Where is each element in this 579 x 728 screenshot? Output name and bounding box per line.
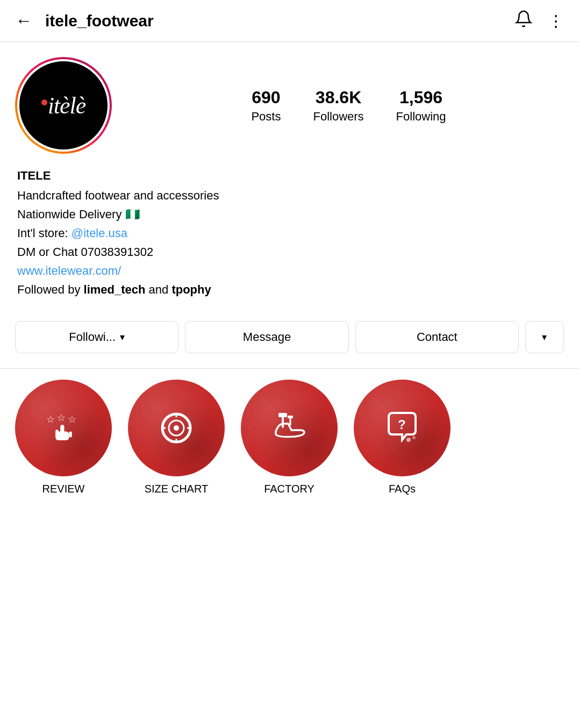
notification-bell-icon[interactable] xyxy=(514,10,533,32)
brand-text: itèlè xyxy=(41,92,86,119)
size-chart-icon xyxy=(155,406,198,449)
header-right: ⋮ xyxy=(514,10,564,32)
bio-name: ITELE xyxy=(17,167,562,184)
highlight-faqs-label: FAQs xyxy=(389,483,416,495)
highlight-faqs[interactable]: ? FAQs xyxy=(354,380,451,495)
bio-followed-and: and xyxy=(145,283,171,296)
highlight-review-label: REVIEW xyxy=(42,483,85,495)
dropdown-button[interactable]: ▾ xyxy=(525,321,564,353)
avatar-ring: itèlè xyxy=(15,57,112,154)
bio-line-4: DM or Chat 07038391302 xyxy=(17,243,562,261)
bio-section: ITELE Handcrafted footwear and accessori… xyxy=(15,167,564,299)
bio-website-link[interactable]: www.itelewear.com/ xyxy=(17,264,121,277)
highlights-section: ☆ ☆ ☆ REVIEW xyxy=(0,369,579,510)
svg-point-13 xyxy=(174,425,179,431)
svg-point-20 xyxy=(412,436,416,439)
highlight-size-chart-circle xyxy=(128,380,225,476)
dropdown-chevron-icon: ▾ xyxy=(542,331,547,343)
following-label: Followi... xyxy=(69,330,116,344)
highlight-factory-label: FACTORY xyxy=(264,483,314,495)
following-count: 1,596 xyxy=(399,88,442,108)
faqs-icon: ? xyxy=(381,406,424,449)
followers-label: Followers xyxy=(313,110,363,124)
following-chevron-icon: ▾ xyxy=(120,331,125,343)
message-label: Message xyxy=(243,330,291,344)
profile-section: itèlè 690 Posts 38.6K Followers 1,596 Fo… xyxy=(0,42,579,368)
bio-intl-link[interactable]: @itele.usa xyxy=(72,226,127,240)
highlight-review[interactable]: ☆ ☆ ☆ REVIEW xyxy=(15,380,112,495)
message-button[interactable]: Message xyxy=(185,321,348,353)
bio-line-3: Int'l store: @itele.usa xyxy=(17,224,562,242)
bio-website[interactable]: www.itelewear.com/ xyxy=(17,262,562,280)
highlight-factory[interactable]: FACTORY xyxy=(241,380,338,495)
followers-stat[interactable]: 38.6K Followers xyxy=(313,88,363,124)
more-options-icon[interactable]: ⋮ xyxy=(548,11,564,30)
following-button[interactable]: Followi... ▾ xyxy=(15,321,178,353)
highlight-size-chart[interactable]: SIZE CHART xyxy=(128,380,225,495)
following-label: Following xyxy=(396,110,446,124)
contact-button[interactable]: Contact xyxy=(355,321,519,353)
svg-rect-15 xyxy=(278,413,287,417)
profile-username: itele_footwear xyxy=(45,12,154,30)
avatar[interactable]: itèlè xyxy=(15,57,112,154)
avatar-inner: itèlè xyxy=(17,59,110,152)
back-button[interactable]: ← xyxy=(15,11,32,31)
following-stat[interactable]: 1,596 Following xyxy=(396,88,446,124)
header: ← itele_footwear ⋮ xyxy=(0,0,579,42)
profile-top: itèlè 690 Posts 38.6K Followers 1,596 Fo… xyxy=(15,57,564,154)
stats-container: 690 Posts 38.6K Followers 1,596 Followin… xyxy=(133,88,564,124)
posts-label: Posts xyxy=(251,110,281,124)
highlight-factory-circle xyxy=(241,380,338,476)
bio-followed-prefix: Followed by xyxy=(17,283,84,296)
bio-followed-by: Followed by limed_tech and tpophy xyxy=(17,281,562,298)
highlight-review-circle: ☆ ☆ ☆ xyxy=(15,380,112,476)
svg-text:☆: ☆ xyxy=(46,414,55,425)
svg-text:☆: ☆ xyxy=(57,412,66,423)
header-left: ← itele_footwear xyxy=(15,11,154,31)
svg-rect-6 xyxy=(69,432,72,438)
svg-rect-5 xyxy=(55,430,58,437)
contact-label: Contact xyxy=(417,330,458,344)
highlight-faqs-circle: ? xyxy=(354,380,451,476)
posts-stat[interactable]: 690 Posts xyxy=(251,88,281,124)
posts-count: 690 xyxy=(252,88,280,108)
bio-follower-1[interactable]: limed_tech xyxy=(84,283,146,296)
svg-text:☆: ☆ xyxy=(68,414,76,425)
review-icon: ☆ ☆ ☆ xyxy=(42,406,85,449)
bio-intl-prefix: Int'l store: xyxy=(17,226,72,240)
followers-count: 38.6K xyxy=(316,88,361,108)
highlight-size-chart-label: SIZE CHART xyxy=(145,483,209,495)
svg-text:?: ? xyxy=(398,417,406,432)
svg-rect-17 xyxy=(288,416,293,418)
bio-line-2: Nationwide Delivery 🇳🇬 xyxy=(17,205,562,223)
action-buttons: Followi... ▾ Message Contact ▾ xyxy=(15,321,564,353)
brand-logo: itèlè xyxy=(19,61,108,149)
bio-line-1: Handcrafted footwear and accessories xyxy=(17,187,562,204)
brand-dot xyxy=(41,99,47,105)
svg-point-19 xyxy=(406,438,411,442)
bio-follower-2[interactable]: tpophy xyxy=(171,283,211,296)
factory-icon xyxy=(268,406,311,449)
